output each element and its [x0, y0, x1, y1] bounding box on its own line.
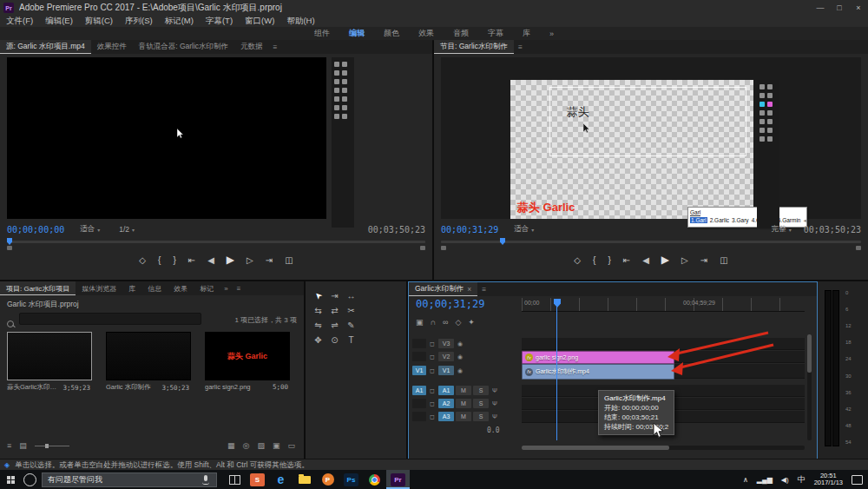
panel-tool-icon[interactable]: [767, 119, 773, 124]
menu-file[interactable]: 文件(F): [0, 16, 39, 27]
tab-overflow-icon[interactable]: »: [220, 281, 232, 295]
menu-help[interactable]: 帮助(H): [280, 16, 320, 27]
workspace-assembly[interactable]: 组件: [314, 28, 330, 39]
tab-program[interactable]: 节目: Garlic水印制作: [434, 40, 514, 54]
panel-menu-icon[interactable]: ≡: [269, 40, 282, 54]
zoom-handle-left[interactable]: [7, 246, 12, 250]
zoom-handle-right[interactable]: [856, 246, 861, 250]
workspace-titles[interactable]: 字幕: [488, 28, 503, 39]
workspace-libraries[interactable]: 库: [523, 28, 530, 39]
taskbar-app-p[interactable]: P: [316, 470, 339, 489]
title-bounding-box[interactable]: [549, 87, 746, 156]
panel-tool-icon[interactable]: [342, 114, 347, 119]
panel-menu-icon[interactable]: ≡: [233, 281, 246, 295]
workspace-audio[interactable]: 音频: [453, 28, 469, 39]
panel-tool-icon[interactable]: [767, 84, 773, 89]
cortana-icon[interactable]: [23, 473, 36, 486]
tab-timeline[interactable]: Garlic水印制作 ×: [409, 282, 477, 296]
taskbar-app-s[interactable]: S: [246, 470, 269, 489]
linked-selection-icon[interactable]: ∞: [443, 318, 448, 327]
tab-effect-controls[interactable]: 效果控件: [91, 40, 133, 54]
panel-tool-icon[interactable]: [334, 79, 339, 84]
timeline-timecode[interactable]: 00;00;31;29: [416, 298, 484, 310]
list-view-icon[interactable]: ≡: [7, 441, 11, 450]
project-search-input[interactable]: [19, 313, 201, 325]
track-enable-a2[interactable]: A2: [438, 399, 454, 408]
panel-tool-icon[interactable]: [342, 88, 347, 93]
timeline-settings-icon[interactable]: ✦: [468, 318, 475, 327]
thumbnail-zoom-slider[interactable]: [35, 446, 69, 446]
ime-indicator[interactable]: 中: [798, 474, 806, 486]
eye-icon[interactable]: ◉: [456, 354, 464, 360]
timeline-ruler[interactable]: 00;00 00;04;59;29: [522, 298, 805, 312]
zoom-handle-left[interactable]: [441, 246, 446, 250]
panel-tool-icon[interactable]: [334, 70, 339, 76]
solo-button[interactable]: S: [473, 412, 489, 421]
nest-toggle-icon[interactable]: ▣: [416, 318, 424, 327]
menu-clip[interactable]: 剪辑(C): [79, 16, 119, 27]
export-frame-button[interactable]: ◫: [720, 255, 727, 265]
workspace-editing[interactable]: 编辑: [349, 28, 365, 39]
track-enable-v1[interactable]: V1: [438, 366, 454, 375]
panel-tool-icon[interactable]: [334, 62, 339, 67]
workspace-overflow-icon[interactable]: »: [549, 30, 554, 38]
panel-tool-icon[interactable]: [760, 119, 765, 124]
program-playhead[interactable]: [500, 238, 505, 245]
step-back-button[interactable]: ◀: [642, 255, 649, 265]
tab-audio-mixer[interactable]: 音轨混合器: Garlic水印制作: [133, 40, 234, 54]
task-view-button[interactable]: [229, 475, 240, 485]
tab-libraries[interactable]: 库: [122, 281, 141, 295]
menu-title[interactable]: 字幕(T): [200, 16, 239, 27]
mark-out-button[interactable]: }: [608, 255, 610, 265]
close-tab-icon[interactable]: ×: [467, 285, 471, 294]
project-item[interactable]: Garlic 水印制作3;50;23: [106, 332, 189, 392]
tab-project[interactable]: 项目: Garlic水印项目: [0, 281, 76, 295]
panel-tool-icon[interactable]: [760, 84, 765, 89]
pen-tool[interactable]: ✎: [343, 318, 359, 333]
source-patch-empty[interactable]: [412, 412, 426, 421]
panel-tool-icon[interactable]: [334, 105, 339, 110]
action-center-icon[interactable]: [852, 475, 863, 485]
network-icon[interactable]: ▂▄▆: [757, 476, 773, 484]
lock-icon[interactable]: ◻: [428, 367, 437, 374]
source-patch-empty[interactable]: [412, 352, 426, 361]
program-timecode-current[interactable]: 00;00;31;29: [441, 225, 498, 235]
voiceover-record-icon[interactable]: Ψ: [490, 413, 499, 420]
panel-tool-icon[interactable]: [767, 136, 773, 142]
panel-menu-icon[interactable]: ≡: [477, 282, 490, 296]
panel-tool-icon[interactable]: [342, 96, 347, 102]
track-enable-v3[interactable]: V3: [438, 339, 454, 348]
project-item-thumbnail[interactable]: [106, 332, 191, 380]
panel-tool-icon[interactable]: [760, 136, 765, 142]
add-marker-button[interactable]: ◇: [139, 255, 146, 265]
track-lane-v3[interactable]: [522, 338, 805, 350]
hand-tool[interactable]: ✥: [310, 333, 326, 347]
source-fit-dropdown[interactable]: 适合▾: [80, 224, 100, 235]
track-enable-a1[interactable]: A1: [438, 386, 454, 395]
panel-tool-icon[interactable]: [760, 110, 765, 116]
program-fit-dropdown[interactable]: 适合▾: [514, 224, 534, 235]
close-button[interactable]: ×: [849, 3, 868, 12]
tab-media-browser[interactable]: 媒体浏览器: [76, 281, 122, 295]
zoom-handle-right[interactable]: [420, 246, 425, 250]
mute-button[interactable]: M: [456, 412, 471, 421]
clear-icon[interactable]: ▭: [287, 441, 295, 450]
taskbar-app-chrome[interactable]: [363, 470, 386, 489]
source-patch-a1[interactable]: A1: [412, 386, 426, 395]
source-scrub-bar[interactable]: [7, 241, 425, 243]
lock-icon[interactable]: ◻: [428, 354, 437, 360]
voiceover-record-icon[interactable]: Ψ: [490, 387, 499, 393]
workspace-effects[interactable]: 效果: [418, 28, 434, 39]
color-swatch-icon[interactable]: [760, 102, 765, 107]
track-enable-v2[interactable]: V2: [438, 352, 454, 361]
source-patch-empty[interactable]: [412, 339, 426, 348]
mark-in-button[interactable]: {: [593, 255, 595, 265]
icon-view-icon[interactable]: ▤: [19, 441, 27, 450]
step-forward-button[interactable]: ▷: [681, 255, 688, 265]
panel-tool-icon[interactable]: [334, 88, 339, 93]
mute-button[interactable]: M: [456, 399, 471, 408]
voiceover-record-icon[interactable]: Ψ: [490, 400, 499, 406]
timeline-horizontal-scrollbar[interactable]: [522, 446, 805, 450]
project-item-thumbnail[interactable]: [7, 332, 92, 380]
automate-to-sequence-icon[interactable]: ▦: [227, 441, 235, 450]
